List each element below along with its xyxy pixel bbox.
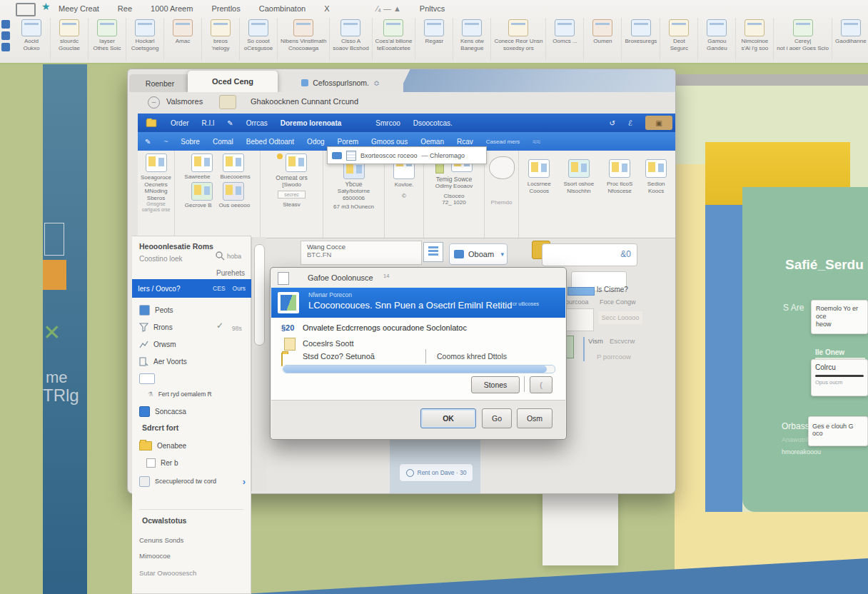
group-2[interactable]: SawreebeBuecooems Gecrove BOus oeeooo xyxy=(175,151,261,238)
wm2-item-6[interactable]: Oeman xyxy=(420,138,444,146)
promo-card-2-sub: Opus oucm xyxy=(815,379,864,386)
nav-item[interactable]: Scecuplerocd tw cord› xyxy=(132,473,251,489)
nav-item[interactable]: ⚗Fert ryd oemalem R xyxy=(132,386,251,402)
ribbon-button[interactable]: Nimcoinoe s'Ai i'g soo xyxy=(736,18,774,61)
menu-item-6[interactable]: Pnltvcs xyxy=(420,4,445,13)
phone-field[interactable]: &0 xyxy=(542,243,637,266)
ribbon-button[interactable]: So cooot oCesgusoe xyxy=(240,18,278,61)
nav-item[interactable]: Oenabee xyxy=(132,438,251,453)
ribbon-button[interactable]: Oomcs ... xyxy=(546,18,584,61)
nav-item[interactable]: Cenuns Sonds xyxy=(132,532,251,548)
menu-item-5[interactable]: X xyxy=(324,4,329,13)
pen-icon[interactable]: ✎ xyxy=(145,138,151,146)
menu-item-1[interactable]: Ree xyxy=(118,4,132,13)
group-8-col[interactable]: Proc tlcoS Nfoscese xyxy=(607,159,632,194)
wm1-item-4[interactable]: Smrcoo xyxy=(375,119,400,127)
chevron-right-icon[interactable]: › xyxy=(243,476,246,487)
undo-icon[interactable]: ↺ xyxy=(610,119,615,127)
wm1-item-1[interactable]: R.I.l xyxy=(202,119,215,127)
group-8-col[interactable]: Ssort oshoe Nlsochhn xyxy=(564,159,595,194)
group-1[interactable]: Soeagoroce Oecnetrs MNoding Sberos Gmsgr… xyxy=(138,151,175,238)
oboam-dropdown[interactable]: Oboam ▾ xyxy=(449,243,508,265)
nav-item-selected[interactable]: Iers / Oovco? CES Ours xyxy=(132,279,251,298)
side-form-box[interactable] xyxy=(564,308,594,331)
code-field[interactable]: Wang Cocce BTC.FN xyxy=(301,241,422,265)
menu-item-0[interactable]: Meey Creat xyxy=(59,4,99,13)
ribbon-button[interactable]: Conece Reor Unsn soxedsy ors xyxy=(491,18,546,61)
nav-item-empty[interactable] xyxy=(132,371,251,386)
nav-item[interactable]: Soncacsa xyxy=(132,403,251,419)
search-icon[interactable] xyxy=(215,251,225,261)
boxed-icon xyxy=(139,476,150,487)
wm2-item-2[interactable]: Bebed Odtoant xyxy=(246,138,294,146)
nav-item[interactable]: Mimoocoe xyxy=(132,548,251,563)
nav-item[interactable]: Peots xyxy=(132,302,251,318)
group-3[interactable]: Oemeat ors [Swodo secrec Steasv xyxy=(261,151,323,238)
ribbon-button[interactable]: Cerey| not i aoer Goes Scio xyxy=(774,18,832,61)
ribbon-button[interactable]: Oumen xyxy=(584,18,622,61)
ribbon-button[interactable]: Gaodihanne xyxy=(832,18,868,61)
minus-circle-icon[interactable]: – xyxy=(148,96,160,109)
basket-icon[interactable] xyxy=(219,95,236,109)
tan-button[interactable]: ▣ xyxy=(645,116,672,130)
ribbon-button[interactable]: Regasr xyxy=(415,18,453,61)
tab-roenber[interactable]: Roenber xyxy=(129,74,191,92)
scrollbar-thumb[interactable] xyxy=(254,244,265,346)
promo-card-3[interactable]: Ges e clouh G oco xyxy=(808,416,868,446)
wm2-item-3[interactable]: Odog xyxy=(307,138,324,146)
go-button[interactable]: Go xyxy=(482,408,512,428)
toolbar-left-label[interactable]: Valsmores xyxy=(166,97,203,106)
checkbox[interactable] xyxy=(146,458,156,468)
ribbon-button[interactable]: Aocid Oukxo xyxy=(13,18,51,61)
ribbon-button[interactable]: Coes'al bilione teEooatcetee xyxy=(373,18,416,61)
wm2-item-7[interactable]: Rcav xyxy=(457,138,473,146)
promo-card-1[interactable]: Roemolo Yo er oce heow xyxy=(811,300,868,334)
tab-oced-ceng-active[interactable]: Oced Ceng xyxy=(188,71,278,92)
panel-link[interactable]: Ile Onew xyxy=(815,348,865,359)
ribbon-button[interactable]: Gamou Gandeu xyxy=(698,18,736,61)
wm1-item-3[interactable]: Doremo Iorenoata xyxy=(281,119,342,127)
ribbon-button[interactable]: Kens otw Banegue xyxy=(453,18,491,61)
s-glyph-icon[interactable]: ℰ xyxy=(628,119,632,127)
wm2-item-1[interactable]: Comal xyxy=(213,138,233,146)
vertical-scrollbar[interactable] xyxy=(251,237,266,491)
menu-item-3[interactable]: Prentlos xyxy=(211,4,240,13)
ribbon-button[interactable]: Broxesuregs xyxy=(622,18,660,61)
stones-button[interactable]: Stones xyxy=(471,376,520,393)
nav-item[interactable]: Rer b xyxy=(132,455,251,470)
nav-item[interactable]: Sutar Owooosesch xyxy=(132,565,251,580)
promo-card-2[interactable]: Colrcu Opus oucm xyxy=(811,359,868,396)
group-8-col[interactable]: Sedion Koocs xyxy=(645,159,667,194)
wm2-item-4[interactable]: Porem xyxy=(338,138,358,146)
nav-item[interactable]: Aer Voorts xyxy=(132,353,251,369)
pencil-icon[interactable]: ✎ xyxy=(227,119,233,127)
ribbon-button[interactable]: Clsso A soaov Bcshod xyxy=(330,18,372,61)
wm2-item-0[interactable]: Sobre xyxy=(181,138,200,146)
ribbon-button[interactable]: Nibens Vinstlmath Cnocoawga xyxy=(278,18,330,61)
group-7[interactable]: Phemdo xyxy=(485,151,519,238)
wm1-item-2[interactable]: Orrcas xyxy=(246,119,268,127)
ribbon-button[interactable]: Hockarl Coetsgong xyxy=(126,18,164,61)
ribbon-button[interactable]: slourdc Gouclae xyxy=(51,18,89,61)
group-8-col[interactable]: Locsrnee Coooos xyxy=(528,159,551,194)
nav-item[interactable]: Orwsm xyxy=(132,336,251,352)
wm2-item-5[interactable]: Gmoos ous xyxy=(371,138,408,146)
ok-button[interactable]: OK xyxy=(420,408,476,428)
tab-strip: Roenber Cefosspurlsnom.≎ Oced Ceng xyxy=(128,69,675,92)
wm1-item-0[interactable]: Order xyxy=(171,119,189,127)
ribbon-button[interactable]: Iayser Othes Soic xyxy=(89,18,126,61)
menu-item-4[interactable]: Caombinaton xyxy=(259,4,306,13)
wm1-item-5[interactable]: Dsoocotcas. xyxy=(413,119,453,127)
status-button[interactable]: Rent on Dave · 30 xyxy=(399,463,473,482)
side-form-c-button[interactable]: Secc Looooo xyxy=(598,311,642,324)
tab-cefos[interactable]: Cefosspurlsnom.≎ xyxy=(278,73,403,92)
menu-item-2[interactable]: 1000 Areem xyxy=(151,4,193,13)
sketch-box-shape xyxy=(44,223,64,256)
grid-button[interactable] xyxy=(423,242,443,262)
ribbon-button[interactable]: Deot Segurc xyxy=(660,18,698,61)
ribbon-button[interactable]: breos 'nelogy xyxy=(202,18,240,61)
ribbon-button[interactable]: Amac xyxy=(164,18,202,61)
nav-right-label[interactable]: Purehets xyxy=(203,269,245,277)
cancel-button[interactable]: Osm xyxy=(517,408,552,428)
paren-button[interactable]: ( xyxy=(530,376,552,393)
